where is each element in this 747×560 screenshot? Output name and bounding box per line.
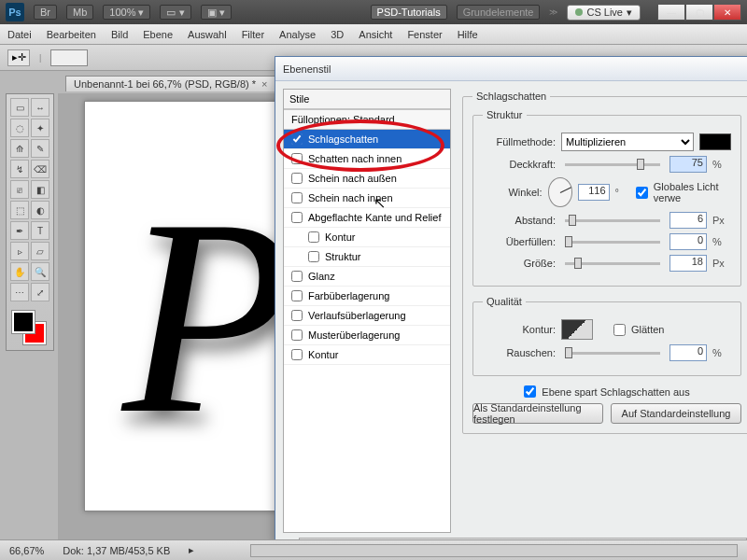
window-minimize-button[interactable]: — xyxy=(657,4,685,21)
status-docinfo[interactable]: Dok: 1,37 MB/453,5 KB xyxy=(63,545,170,556)
zoom-chip[interactable]: 100% ▾ xyxy=(103,5,150,20)
menu-fenster[interactable]: Fenster xyxy=(407,29,442,40)
distance-slider[interactable] xyxy=(561,219,664,222)
style-label-3: Schein nach innen xyxy=(308,192,393,203)
tool-stamp[interactable]: ⎚ xyxy=(10,180,29,199)
noise-value[interactable]: 0 xyxy=(669,344,707,361)
color-swatches[interactable] xyxy=(10,309,49,346)
style-row-4[interactable]: Abgeflachte Kante und Relief xyxy=(284,208,450,228)
shadow-color-chip[interactable] xyxy=(699,133,731,150)
style-checkbox-11[interactable] xyxy=(291,349,303,360)
style-checkbox-4[interactable] xyxy=(291,212,303,223)
tool-extra2[interactable]: ⤢ xyxy=(31,283,49,301)
tool-marquee[interactable]: ▭ xyxy=(10,98,29,117)
noise-slider[interactable] xyxy=(561,352,664,355)
style-row-2[interactable]: Schein nach außen xyxy=(284,169,450,189)
tool-path[interactable]: ▹ xyxy=(10,242,29,260)
opacity-value[interactable]: 75 xyxy=(669,156,707,173)
close-tab-icon[interactable]: × xyxy=(261,78,267,90)
menu-analyse[interactable]: Analyse xyxy=(279,29,316,40)
fill-options-row[interactable]: Fülloptionen: Standard xyxy=(284,109,450,130)
menu-bild[interactable]: Bild xyxy=(111,29,128,40)
window-close-button[interactable]: ✕ xyxy=(713,4,741,21)
style-row-7[interactable]: Glanz xyxy=(284,267,450,287)
style-checkbox-8[interactable] xyxy=(291,290,303,301)
tool-gradient[interactable]: ◐ xyxy=(31,201,49,219)
style-checkbox-1[interactable] xyxy=(291,153,303,164)
workspace-primary[interactable]: PSD-Tutorials xyxy=(371,5,447,20)
tool-eraser[interactable]: ⬚ xyxy=(10,201,29,219)
spread-value[interactable]: 0 xyxy=(669,233,707,250)
style-checkbox-0[interactable] xyxy=(291,133,303,145)
option-dropdown-1[interactable] xyxy=(50,49,88,66)
horizontal-scrollbar[interactable] xyxy=(250,544,738,557)
style-row-0[interactable]: Schlagschatten xyxy=(284,130,450,149)
tool-lasso[interactable]: ◌ xyxy=(10,119,29,137)
style-row-9[interactable]: Verlaufsüberlagerung xyxy=(284,306,450,326)
tool-pen[interactable]: ✒ xyxy=(10,221,29,240)
menu-filter[interactable]: Filter xyxy=(242,29,264,40)
blendmode-select[interactable]: Multiplizieren xyxy=(561,133,694,151)
current-tool-icon[interactable]: ▸✛ xyxy=(7,49,30,66)
style-checkbox-10[interactable] xyxy=(291,329,303,341)
style-row-1[interactable]: Schatten nach innen xyxy=(284,149,450,169)
bridge-chip[interactable]: Br xyxy=(34,5,57,20)
opacity-slider[interactable] xyxy=(561,163,664,166)
menu-ebene[interactable]: Ebene xyxy=(143,29,173,40)
style-checkbox-7[interactable] xyxy=(291,271,303,282)
minibridge-chip[interactable]: Mb xyxy=(66,5,93,20)
menu-hilfe[interactable]: Hilfe xyxy=(458,29,478,40)
size-slider[interactable] xyxy=(561,262,664,265)
dialog-titlebar[interactable]: Ebenenstil xyxy=(275,57,747,81)
tool-move[interactable]: ↔ xyxy=(31,98,49,117)
tool-extra1[interactable]: ⋯ xyxy=(10,283,29,301)
style-checkbox-3[interactable] xyxy=(291,192,303,203)
status-zoom[interactable]: 66,67% xyxy=(9,545,44,556)
style-label-10: Musterüberlagerung xyxy=(308,329,400,341)
tool-eyedropper[interactable]: ✎ xyxy=(31,139,49,158)
style-row-5[interactable]: Kontur xyxy=(284,228,450,247)
cslive-button[interactable]: CS Live ▾ xyxy=(567,5,641,21)
angle-value[interactable]: 116 xyxy=(578,184,610,201)
menu-bearbeiten[interactable]: Bearbeiten xyxy=(47,29,96,40)
window-maximize-button[interactable]: ▢ xyxy=(685,4,713,21)
reset-default-button[interactable]: Auf Standardeinstellung xyxy=(611,403,741,424)
tool-brush[interactable]: ⌫ xyxy=(31,160,49,178)
tool-type[interactable]: T xyxy=(31,221,49,240)
style-checkbox-6[interactable] xyxy=(308,251,319,262)
spread-slider[interactable] xyxy=(561,241,664,244)
document-tab[interactable]: Unbenannt-1 bei 66,7% (PSD, RGB/8) * × xyxy=(65,76,275,91)
distance-value[interactable]: 6 xyxy=(669,212,707,229)
antialias-checkbox[interactable] xyxy=(613,324,626,336)
tool-history[interactable]: ◧ xyxy=(31,180,49,199)
size-value[interactable]: 18 xyxy=(669,255,707,272)
tool-zoom[interactable]: 🔍 xyxy=(31,262,49,281)
contour-picker[interactable] xyxy=(561,319,593,340)
style-checkbox-9[interactable] xyxy=(291,310,303,321)
tool-shape[interactable]: ▱ xyxy=(31,242,49,260)
tool-wand[interactable]: ✦ xyxy=(31,119,49,137)
make-default-button[interactable]: Als Standardeinstellung festlegen xyxy=(472,403,603,424)
tool-hand[interactable]: ✋ xyxy=(10,262,29,281)
menu-3d[interactable]: 3D xyxy=(331,29,344,40)
swatch-foreground[interactable] xyxy=(12,311,35,333)
style-row-6[interactable]: Struktur xyxy=(284,247,450,267)
style-checkbox-2[interactable] xyxy=(291,173,303,184)
screens-chip[interactable]: ▣ ▾ xyxy=(201,5,232,20)
tool-heal[interactable]: ↯ xyxy=(10,160,29,178)
workspace-more-icon[interactable]: ≫ xyxy=(549,7,557,17)
style-row-8[interactable]: Farbüberlagerung xyxy=(284,287,450,306)
style-row-11[interactable]: Kontur xyxy=(284,345,450,365)
menu-datei[interactable]: Datei xyxy=(7,29,32,40)
style-row-3[interactable]: Schein nach innen xyxy=(284,189,450,208)
angle-wheel[interactable] xyxy=(548,177,572,207)
knockout-checkbox[interactable] xyxy=(524,385,536,398)
workspace-secondary[interactable]: Grundelemente xyxy=(457,5,541,20)
style-row-10[interactable]: Musterüberlagerung xyxy=(284,326,450,345)
menu-auswahl[interactable]: Auswahl xyxy=(188,29,227,40)
global-light-checkbox[interactable] xyxy=(636,187,648,199)
viewmode-chip[interactable]: ▭ ▾ xyxy=(160,5,190,20)
style-checkbox-5[interactable] xyxy=(308,231,319,243)
menu-ansicht[interactable]: Ansicht xyxy=(359,29,392,40)
tool-crop[interactable]: ⟰ xyxy=(10,139,29,158)
